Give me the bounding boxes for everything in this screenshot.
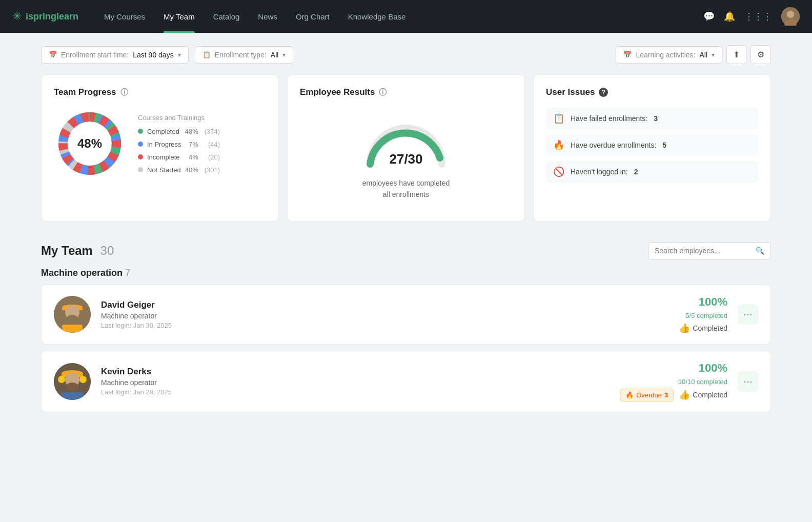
nav-my-courses[interactable]: My Courses <box>95 0 154 33</box>
employee-card-kevin: Kevin Derks Machine operator Last login:… <box>41 351 771 412</box>
employee-david-pct: 100% <box>699 295 727 309</box>
employee-david-completed: 5/5 completed <box>685 312 727 319</box>
user-issues-card: User Issues ? 📋 Have failed enrollments:… <box>533 74 771 222</box>
employee-david-login: Last login: Jan 30, 2025 <box>101 322 668 329</box>
svg-point-12 <box>67 315 78 322</box>
my-team-header: My Team 30 🔍 <box>41 242 771 259</box>
enrollment-type-label: Enrollment type: <box>215 51 267 59</box>
export-button[interactable]: ⬆ <box>726 45 746 64</box>
issue-failed-count: 3 <box>654 114 658 123</box>
nav-org-chart[interactable]: Org Chart <box>287 0 339 33</box>
avatar-kevin <box>54 363 91 400</box>
navbar: ✳ ispringlearn My Courses My Team Catalo… <box>0 0 812 33</box>
gauge-fraction: 27/30 <box>389 151 422 167</box>
settings-button[interactable]: ⚙ <box>750 45 771 64</box>
svg-rect-21 <box>61 392 84 400</box>
user-issues-title: User Issues ? <box>546 87 758 97</box>
team-progress-card: Team Progress ⓘ <box>41 74 279 222</box>
employee-kevin-stats: 100% 10/10 completed 🔥 Overdue 3 👍 Compl… <box>620 362 727 401</box>
calendar-icon-2: 📋 <box>202 51 211 58</box>
calendar-icon-3: 📅 <box>623 51 632 58</box>
overdue-enrollments-icon: 🔥 <box>553 139 564 151</box>
employee-search-box[interactable]: 🔍 <box>648 242 771 259</box>
issue-not-logged-in[interactable]: 🚫 Haven't logged in: 2 <box>546 161 758 183</box>
legend-dot-incomplete <box>138 154 143 159</box>
info-icon-3[interactable]: ? <box>599 88 608 97</box>
filter-right: 📅 Learning activities: All ▾ ⬆ ⚙ <box>616 45 771 64</box>
avatar-david <box>54 296 91 333</box>
nav-knowledge-base[interactable]: Knowledge Base <box>339 0 415 33</box>
user-avatar[interactable] <box>781 7 800 26</box>
nav-catalog[interactable]: Catalog <box>204 0 249 33</box>
my-team-title: My Team 30 <box>41 244 114 258</box>
learning-activities-filter[interactable]: 📅 Learning activities: All ▾ <box>616 46 722 64</box>
issue-overdue-count: 5 <box>662 141 666 149</box>
group-count: 7 <box>125 268 130 278</box>
legend-incomplete: Incomplete 4% (20) <box>138 153 220 161</box>
overdue-label: Overdue <box>636 391 662 399</box>
logo-icon: ✳ <box>12 10 22 23</box>
chat-icon[interactable]: 💬 <box>703 11 715 22</box>
legend-dot-completed <box>138 129 143 134</box>
legend-dot-not-started <box>138 167 143 172</box>
learning-activities-value: All <box>699 51 707 59</box>
nav-actions: 💬 🔔 ⋮⋮⋮ <box>703 7 800 26</box>
kevin-status-label: Completed <box>693 391 727 399</box>
bell-icon[interactable]: 🔔 <box>724 11 735 22</box>
employee-david-info: David Geiger Machine operator Last login… <box>101 300 668 329</box>
team-progress-inner: 48% Courses and Trainings Completed 48% … <box>54 108 266 179</box>
logo[interactable]: ✳ ispringlearn <box>12 10 78 23</box>
learning-activities-label: Learning activities: <box>636 51 695 59</box>
chevron-down-icon-3: ▾ <box>712 51 715 58</box>
employee-kevin-login: Last login: Jan 28, 2025 <box>101 388 610 396</box>
user-issues-list: 📋 Have failed enrollments: 3 🔥 Have over… <box>546 108 758 183</box>
legend-completed: Completed 48% (374) <box>138 128 220 135</box>
overdue-count-kevin: 3 <box>664 391 668 399</box>
issue-overdue-enrollments[interactable]: 🔥 Have overdue enrollments: 5 <box>546 134 758 156</box>
employee-kevin-badges: 🔥 Overdue 3 👍 Completed <box>620 389 727 401</box>
group-machine-operation-title: Machine operation 7 <box>41 268 771 278</box>
svg-point-18 <box>79 376 87 383</box>
enrollment-start-label: Enrollment start time: <box>61 51 129 59</box>
issue-failed-enrollments[interactable]: 📋 Have failed enrollments: 3 <box>546 108 758 129</box>
svg-point-17 <box>58 376 65 383</box>
thumbs-up-icon-david: 👍 <box>679 323 690 334</box>
legend-section-title: Courses and Trainings <box>138 114 220 122</box>
enrollment-type-value: All <box>271 51 279 59</box>
employee-kevin-completed: 10/10 completed <box>678 378 727 386</box>
employee-results-inner: 27/30 employees have completedall enroll… <box>300 108 512 209</box>
employee-kevin-info: Kevin Derks Machine operator Last login:… <box>101 367 610 396</box>
enrollment-type-filter[interactable]: 📋 Enrollment type: All ▾ <box>195 46 294 64</box>
enrollment-start-filter[interactable]: 📅 Enrollment start time: Last 90 days ▾ <box>41 46 189 64</box>
nav-news[interactable]: News <box>249 0 287 33</box>
kevin-completed-badge: 👍 Completed <box>679 389 727 400</box>
issue-failed-text: Have failed enrollments: <box>571 114 647 123</box>
issue-overdue-text: Have overdue enrollments: <box>571 141 656 149</box>
kevin-overdue-badge: 🔥 Overdue 3 <box>620 389 674 401</box>
legend-in-progress: In Progress 7% (44) <box>138 140 220 148</box>
info-icon-1[interactable]: ⓘ <box>120 88 128 97</box>
issue-not-logged-count: 2 <box>634 168 638 176</box>
employee-kevin-menu[interactable]: ⋯ <box>738 371 758 392</box>
employee-results-description: employees have completedall enrollments <box>362 177 450 200</box>
fire-icon-kevin: 🔥 <box>625 391 634 399</box>
grid-icon[interactable]: ⋮⋮⋮ <box>744 11 772 22</box>
issue-not-logged-text: Haven't logged in: <box>571 168 628 176</box>
employee-search-input[interactable] <box>655 247 752 255</box>
search-icon: 🔍 <box>756 247 764 255</box>
employee-david-menu[interactable]: ⋯ <box>738 304 758 325</box>
nav-my-team[interactable]: My Team <box>154 0 204 33</box>
employee-card-david: David Geiger Machine operator Last login… <box>41 285 771 345</box>
stats-row: Team Progress ⓘ <box>41 74 771 222</box>
enrollment-start-value: Last 90 days <box>133 51 173 59</box>
svg-point-1 <box>787 11 794 18</box>
employee-kevin-role: Machine operator <box>101 378 610 387</box>
info-icon-2[interactable]: ⓘ <box>379 88 387 97</box>
filters-row: 📅 Enrollment start time: Last 90 days ▾ … <box>41 45 771 64</box>
chevron-down-icon-2: ▾ <box>282 51 286 58</box>
logo-text: ispringlearn <box>26 11 78 22</box>
donut-center-pct: 48% <box>77 136 102 151</box>
svg-rect-13 <box>62 325 83 333</box>
employee-results-card: Employee Results ⓘ 27/30 employees have … <box>287 74 525 222</box>
calendar-icon-1: 📅 <box>49 51 57 58</box>
